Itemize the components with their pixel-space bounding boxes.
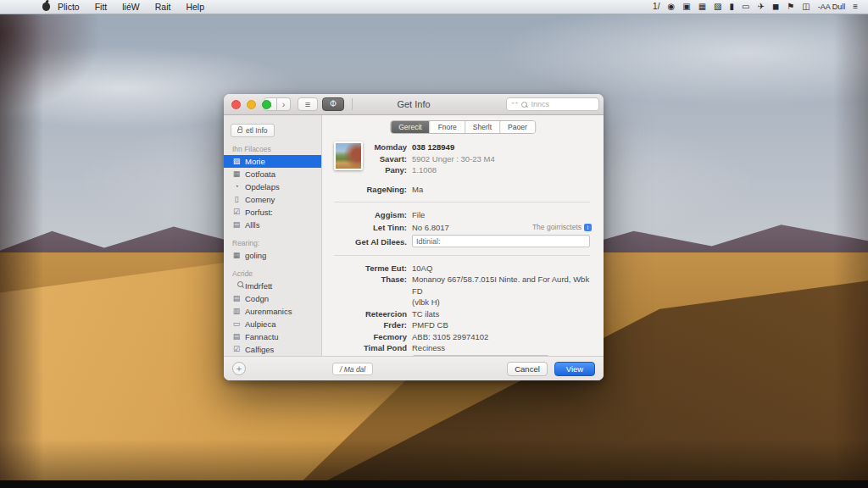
wallpaper-bottom-strip xyxy=(0,480,868,488)
grid-icon[interactable]: ▦ xyxy=(698,0,706,14)
sidebar: etl Info Ihn Filacoes ▨ Morie ▦ Cotfoata… xyxy=(224,115,322,356)
field-value: 038 128949 xyxy=(412,141,592,153)
sidebar-item-label: Morie xyxy=(245,157,265,166)
folder-icon: ▤ xyxy=(232,332,241,341)
field-row: RageNing: Ma xyxy=(332,184,592,196)
field-value: File xyxy=(412,209,592,221)
menu-item-help[interactable]: Help xyxy=(178,0,212,14)
sidebar-item-aurenmanics[interactable]: ▥ Aurenmanics xyxy=(224,305,321,318)
field-value: ABB: 3105 29974102 xyxy=(412,331,592,343)
checkbox-icon: ☑ xyxy=(232,208,241,216)
tools-icon: ▥ xyxy=(232,307,241,315)
globe-icon[interactable]: ◉ xyxy=(667,0,675,14)
field-row-cont: (vlbk H) xyxy=(332,297,592,308)
sidebar-item-cotfoata[interactable]: ▦ Cotfoata xyxy=(224,168,321,180)
field-row: Savart: 5902 Unger : 30-23 M4 xyxy=(332,153,592,165)
sidebar-item-label: Porfust: xyxy=(245,208,273,217)
sidebar-item-calfiges[interactable]: ☑ Calfiges xyxy=(224,343,321,356)
columns-icon[interactable]: ▮ xyxy=(730,0,735,14)
sidebar-item-morie[interactable]: ▨ Morie xyxy=(224,155,321,168)
field-label: Frder: xyxy=(332,319,407,331)
menu-icon[interactable]: ≡ xyxy=(853,0,858,14)
field-value: Monanoy 667/58.7.015I Ninte. and For Aur… xyxy=(412,274,592,297)
document-icon: ▤ xyxy=(232,294,241,302)
sidebar-item-label: goling xyxy=(245,251,266,260)
search-field[interactable]: ⁺⁺ xyxy=(506,97,599,111)
modal-button[interactable]: / Ma dal xyxy=(332,363,373,375)
search-input[interactable] xyxy=(531,100,594,108)
field-label: Fecmory xyxy=(332,331,407,343)
menu-item-view[interactable]: liéW xyxy=(114,0,147,14)
divider xyxy=(334,202,590,202)
menu-item-edit[interactable]: Rait xyxy=(147,0,179,14)
field-value: 5902 Unger : 30-23 M4 xyxy=(412,153,592,165)
photo-icon: ▨ xyxy=(232,157,241,165)
forward-button[interactable]: › xyxy=(277,97,291,111)
field-value: Ma xyxy=(412,184,592,196)
sidebar-item-label: Cotfoata xyxy=(245,169,275,179)
tab-sherlt[interactable]: Sherlt xyxy=(465,121,499,133)
field-row: Let Tinn: No 6.8017 The goirrisctets i xyxy=(332,222,592,234)
sidebar-item-label: Imdrfett xyxy=(245,281,272,291)
traffic-lights xyxy=(231,100,271,109)
add-button[interactable]: + xyxy=(232,362,246,375)
field-label: Let Tinn: xyxy=(332,222,407,234)
apple-menu-icon[interactable] xyxy=(42,3,50,11)
sidebar-section-header: Ihn Filacoes xyxy=(232,145,321,153)
field-row: Terme Eut: 10AQ xyxy=(332,263,592,274)
field-row: Reteercion TC ilats xyxy=(332,308,592,320)
menu-item-file[interactable]: Fitt xyxy=(87,0,115,14)
card-icon: ▯ xyxy=(232,195,241,203)
pen-icon[interactable]: 1/ xyxy=(653,0,659,14)
field-row: Timal Pond Reciness xyxy=(332,342,592,354)
tab-paoer[interactable]: Paoer xyxy=(499,121,535,133)
field-label: Pany: xyxy=(332,164,407,176)
sidebar-item-aulpieca[interactable]: ▭ Aulpieca xyxy=(224,318,321,330)
field-label: Reteercion xyxy=(332,308,407,320)
tab-fnore[interactable]: Fnore xyxy=(430,121,465,133)
close-button[interactable] xyxy=(231,100,241,109)
menu-bar: Plicto Fitt liéW Rait Help 1/ ◉ ▣ ▦ ▨ ▮ … xyxy=(0,0,868,14)
sidebar-item-imdrfett[interactable]: Imdrfett xyxy=(224,280,321,292)
title-bar[interactable]: ‹ › ≡ Φ Get Info ⁺⁺ xyxy=(224,94,604,115)
field-label: RageNing: xyxy=(332,184,407,196)
tab-gerecit[interactable]: Gerecit xyxy=(391,121,429,133)
airplane-icon[interactable]: ✈ xyxy=(758,0,765,14)
zoom-button[interactable] xyxy=(262,100,271,109)
photos-icon[interactable]: ▨ xyxy=(714,0,721,14)
helper-text: The goirrisctets xyxy=(532,222,581,234)
sidebar-item-label: Allls xyxy=(245,220,259,230)
view-button[interactable]: View xyxy=(554,362,595,376)
sidebar-item-codgn[interactable]: ▤ Codgn xyxy=(224,292,321,305)
help-badge[interactable]: i xyxy=(584,224,592,231)
get-info-button[interactable]: etl Info xyxy=(231,124,275,137)
sidebar-item-fannactu[interactable]: ▤ Fannactu xyxy=(224,330,321,343)
sidebar-item-opdelaps[interactable]: ◔ Opdelaps xyxy=(224,180,321,193)
lettinn-right: The goirrisctets i xyxy=(532,222,592,234)
minimize-button[interactable] xyxy=(247,100,256,109)
sidebar-item-porfust[interactable]: ☑ Porfust: xyxy=(224,206,321,219)
flag-icon[interactable]: ⚑ xyxy=(787,0,794,14)
menu-item-app[interactable]: Plicto xyxy=(50,0,87,14)
sidebar-section-header: Rearing: xyxy=(232,239,321,247)
field-row: Aggism: File xyxy=(332,209,592,221)
field-label: Timal Pond xyxy=(332,342,407,354)
battery-icon[interactable]: ▭ xyxy=(742,0,749,14)
sidebar-item-label: Aulpieca xyxy=(245,319,275,329)
screenshot-icon[interactable]: ◫ xyxy=(802,0,810,14)
cancel-button[interactable]: Cancel xyxy=(507,362,548,376)
sidebar-item-comeny[interactable]: ▯ Comeny xyxy=(224,193,321,206)
lock-icon[interactable]: ▣ xyxy=(682,0,690,14)
desktop: Plicto Fitt liéW Rait Help 1/ ◉ ▣ ▦ ▨ ▮ … xyxy=(0,0,868,488)
hero-title-row: Momday 038 128949 xyxy=(332,141,592,153)
dilees-input[interactable] xyxy=(412,235,590,247)
search-icon xyxy=(521,102,527,108)
sidebar-item-label: Fannactu xyxy=(245,332,279,341)
field-label: Momday xyxy=(332,141,407,153)
info-toggle-button[interactable]: Φ xyxy=(322,97,344,111)
sidebar-item-goling[interactable]: ▦ goling xyxy=(224,249,321,262)
list-view-button[interactable]: ≡ xyxy=(298,97,318,111)
sidebar-item-allls[interactable]: ▤ Allls xyxy=(224,219,321,231)
display-icon[interactable]: ◼ xyxy=(772,0,779,14)
field-row: Thase: Monanoy 667/58.7.015I Ninte. and … xyxy=(332,274,592,297)
